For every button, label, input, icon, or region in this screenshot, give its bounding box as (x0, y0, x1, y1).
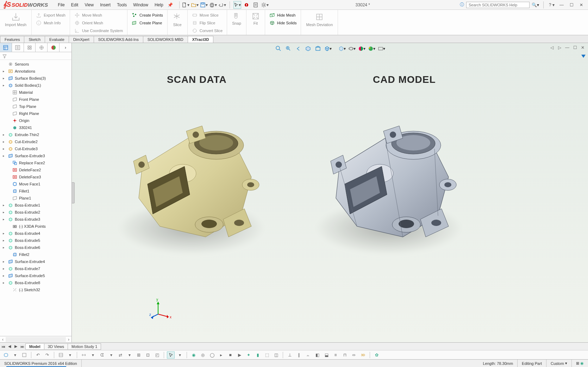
orient-mesh-button[interactable]: Orient Mesh (74, 19, 124, 27)
expand-icon[interactable]: ▸ (3, 154, 6, 158)
bt-icon-12[interactable]: ▾ (126, 351, 133, 359)
tab-prev-icon[interactable]: ◀ (6, 344, 13, 349)
bt-icon-24[interactable]: ⬚ (263, 351, 271, 359)
bt-icon-13[interactable]: ⊞ (135, 351, 143, 359)
tree-item-boss-extrude2[interactable]: ▸Boss-Extrude2 (0, 209, 71, 216)
create-plane-button[interactable]: Create Plane (131, 19, 164, 27)
bt-icon-31[interactable]: ≡ (332, 351, 339, 359)
bt-dropdown-1[interactable]: ▾ (11, 351, 19, 359)
bt-icon-2[interactable] (20, 351, 28, 359)
bt-icon-6[interactable]: ▾ (66, 351, 74, 359)
fit-button[interactable]: Fit (250, 11, 261, 26)
tree-item-boss-extrude6[interactable]: ▸Boss-Extrude6 (0, 244, 71, 251)
tree-item-surface-bodies-3-[interactable]: ▸Surface Bodies(3) (0, 75, 71, 82)
bt-icon-27[interactable]: ∥ (295, 351, 303, 359)
panel-tab-display[interactable] (48, 43, 60, 52)
bt-icon-16[interactable]: ◉ (190, 351, 198, 359)
tree-item-annotations[interactable]: ▸Annotations (0, 68, 71, 75)
panel-hscroll[interactable]: ‹ › (0, 336, 71, 342)
minimize-icon[interactable]: — (558, 1, 565, 9)
bt-settings-icon[interactable]: ✿ (373, 351, 381, 359)
move-mesh-button[interactable]: Move Mesh (74, 11, 124, 19)
tree-item-cut-extrude3[interactable]: ▸Cut-Extrude3 (0, 145, 71, 152)
bt-icon-33[interactable]: ⬄ (350, 351, 358, 359)
panel-tab-config[interactable] (24, 43, 36, 52)
tree-item-fillet2[interactable]: Fillet2 (0, 251, 71, 258)
create-points-button[interactable]: Create Points (131, 11, 164, 19)
status-custom[interactable]: Custom ▾ (546, 360, 572, 367)
tree-item-cut-extrude2[interactable]: ▸Cut-Extrude2 (0, 138, 71, 145)
vp-next-icon[interactable]: ▷ (556, 44, 563, 51)
expand-icon[interactable]: ▸ (3, 84, 6, 87)
rebuild-icon[interactable] (243, 1, 250, 9)
bt-icon-3[interactable]: ↶ (34, 351, 42, 359)
settings-icon[interactable]: ▾ (261, 1, 269, 9)
bt-icon-9[interactable]: ᗧ (98, 351, 106, 359)
maximize-icon[interactable]: ☐ (568, 1, 575, 9)
tree-item-sensors[interactable]: Sensors (0, 61, 71, 68)
tree-item-surface-extrude4[interactable]: ▸Surface-Extrude4 (0, 258, 71, 265)
menu-file[interactable]: File (58, 2, 64, 7)
mesh-deviation-button[interactable]: Mesh Deviation (305, 11, 334, 27)
tree-item-deleteface3[interactable]: DeleteFace3 (0, 173, 71, 181)
tree-item-plane1[interactable]: Plane1 (0, 195, 71, 202)
bt-icon-21[interactable]: ▶ (236, 351, 243, 359)
help-icon[interactable]: ⓘ (460, 2, 464, 8)
view-orientation-icon[interactable] (314, 45, 322, 52)
tree-item-deleteface2[interactable]: DeleteFace2 (0, 166, 71, 173)
expand-icon[interactable]: ▸ (3, 246, 6, 249)
bt-icon-32[interactable]: ⊓ (341, 351, 349, 359)
help-dropdown-icon[interactable]: ? ▾ (548, 1, 556, 9)
close-icon[interactable]: ✕ (577, 1, 585, 9)
menu-view[interactable]: View (85, 2, 94, 7)
bt-icon-18[interactable]: ◯ (208, 351, 216, 359)
btab-3dviews[interactable]: 3D Views (44, 343, 68, 350)
tree-item-solid-bodies-1-[interactable]: ▸Solid Bodies(1) (0, 82, 71, 89)
tree-item-surface-extrude3[interactable]: ▸Surface-Extrude3 (0, 152, 71, 159)
vp-maximize-icon[interactable]: ☐ (572, 44, 578, 51)
bt-icon-14[interactable]: ⊡ (144, 351, 152, 359)
tab-evaluate[interactable]: Evaluate (45, 36, 69, 43)
previous-view-icon[interactable] (294, 45, 302, 52)
tree-item-extrude-thin2[interactable]: ▸Extrude-Thin2 (0, 131, 71, 138)
tree-item--x3da-points[interactable]: 3D(-) X3DA Points (0, 223, 71, 230)
select-icon[interactable]: ▾ (233, 1, 241, 9)
tree-item-surface-extrude5[interactable]: ▸Surface-Extrude5 (0, 272, 71, 279)
status-icon-1[interactable]: ⊞ (576, 361, 579, 366)
panel-tab-tree[interactable] (0, 43, 12, 52)
scroll-right-icon[interactable]: › (66, 337, 71, 342)
graphics-viewport[interactable]: ▾ ▾ ▾ ▾ ▾ ▾ ◁ ▷ — ☐ ✕ SCAN DATA CAD MODE… (72, 43, 588, 342)
scroll-track[interactable] (6, 337, 66, 342)
vp-close-icon[interactable]: ✕ (580, 44, 586, 51)
tab-next-icon[interactable]: ▶ (13, 344, 19, 349)
convert-slice-button[interactable]: Convert Slice (191, 27, 223, 35)
view-settings-icon[interactable]: ▾ (368, 45, 375, 52)
vp-minimize-icon[interactable]: — (564, 44, 570, 51)
menu-help[interactable]: Help (155, 2, 163, 7)
hide-show-icon[interactable]: ▾ (338, 45, 346, 52)
move-slice-button[interactable]: Move Slice (191, 11, 223, 19)
expand-icon[interactable]: ▸ (3, 281, 6, 285)
vp-prev-icon[interactable]: ◁ (549, 44, 555, 51)
render-tools-icon[interactable]: ▾ (377, 45, 385, 52)
expand-icon[interactable]: ▸ (3, 147, 6, 151)
bt-icon-30[interactable]: ⬓ (323, 351, 330, 359)
menu-edit[interactable]: Edit (71, 2, 79, 7)
print-icon[interactable]: ▾ (209, 1, 217, 9)
bt-select-icon[interactable] (167, 351, 175, 359)
bt-icon-20[interactable]: ■ (226, 351, 234, 359)
menu-tools[interactable]: Tools (117, 2, 127, 7)
menu-insert[interactable]: Insert (100, 2, 111, 7)
pin-icon[interactable]: 📌 (168, 2, 173, 7)
expand-icon[interactable]: ▸ (3, 69, 6, 73)
expand-icon[interactable]: ▸ (3, 274, 6, 277)
snap-button[interactable]: Snap (231, 11, 243, 26)
tab-dimxpert[interactable]: DimXpert (69, 36, 94, 43)
bt-icon-10[interactable]: ▾ (107, 351, 115, 359)
expand-icon[interactable]: ▸ (3, 140, 6, 143)
expand-icon[interactable]: ▸ (3, 267, 6, 270)
hide-mesh-button[interactable]: Hide Mesh (269, 11, 298, 19)
btab-motion[interactable]: Motion Study 1 (68, 343, 101, 350)
tree-item-replace-face2[interactable]: Replace Face2 (0, 159, 71, 166)
search-input[interactable] (466, 2, 530, 8)
